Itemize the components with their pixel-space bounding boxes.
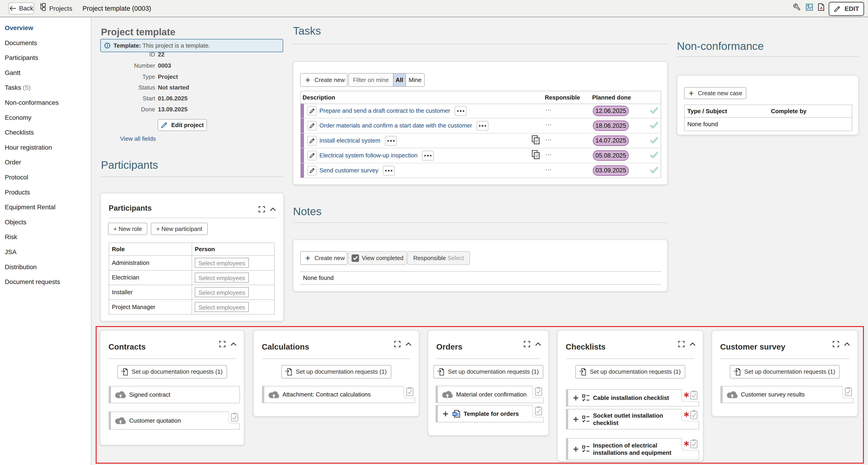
svg-text:W: W (453, 412, 456, 416)
